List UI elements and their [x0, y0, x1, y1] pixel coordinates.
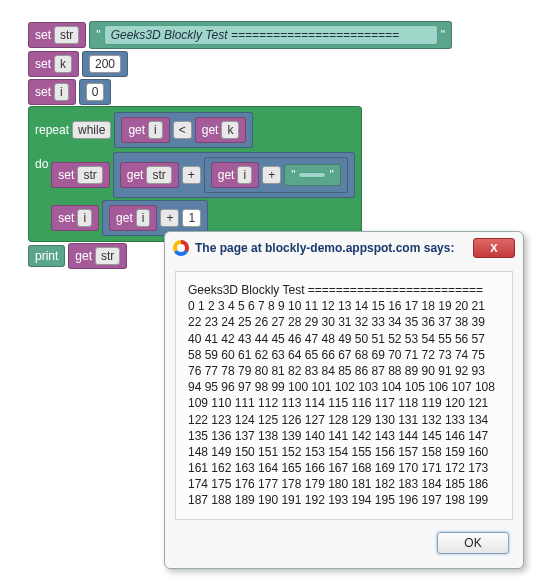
add-block-outer[interactable]: get str + get i + " — [113, 152, 355, 198]
var-i[interactable]: i — [77, 209, 92, 227]
number-block[interactable]: 200 — [82, 51, 128, 77]
chrome-icon — [173, 240, 189, 256]
close-button[interactable]: X — [473, 238, 515, 258]
close-icon: X — [490, 242, 497, 254]
operator-plus[interactable]: + — [160, 209, 179, 227]
string-space-block[interactable]: " " — [284, 164, 341, 186]
dialog-title: The page at blockly-demo.appspot.com say… — [195, 241, 454, 255]
get-keyword: get — [202, 123, 219, 137]
get-keyword: get — [128, 123, 145, 137]
block-set-str-concat[interactable]: set str get str + get i — [51, 151, 354, 199]
compare-block[interactable]: get i < get k — [114, 112, 253, 148]
string-literal-block[interactable]: " Geeks3D Blockly Test =================… — [89, 21, 452, 49]
repeat-keyword: repeat — [35, 123, 69, 137]
string-space[interactable] — [298, 172, 326, 178]
operator-plus[interactable]: + — [182, 166, 201, 184]
set-keyword: set — [35, 57, 51, 71]
value-1[interactable]: 1 — [182, 209, 201, 227]
get-str-block[interactable]: get str — [68, 243, 127, 269]
value-0[interactable]: 0 — [86, 83, 105, 101]
get-keyword: get — [218, 168, 235, 182]
quote-icon: " — [291, 168, 295, 182]
get-i-block[interactable]: get i — [109, 205, 157, 231]
var-i[interactable]: i — [54, 83, 69, 101]
var-str[interactable]: str — [54, 26, 79, 44]
while-dropdown[interactable]: while — [72, 121, 111, 139]
quote-icon: " — [96, 28, 100, 42]
add-block-inner[interactable]: get i + " " — [204, 157, 348, 193]
dialog-message: Geeks3D Blockly Test ===================… — [188, 282, 500, 290]
value-200[interactable]: 200 — [89, 55, 121, 73]
set-keyword: set — [58, 168, 74, 182]
var-i[interactable]: i — [148, 121, 163, 139]
get-k-block[interactable]: get k — [195, 117, 247, 143]
set-block[interactable]: set str — [28, 22, 86, 48]
set-keyword: set — [35, 85, 51, 99]
set-keyword: set — [35, 28, 51, 42]
quote-icon: " — [441, 28, 445, 42]
var-str[interactable]: str — [146, 166, 171, 184]
var-i[interactable]: i — [136, 209, 151, 227]
alert-dialog: The page at blockly-demo.appspot.com say… — [164, 231, 524, 290]
quote-icon: " — [329, 168, 333, 182]
repeat-while-block[interactable]: repeat while get i < get k do se — [28, 106, 362, 242]
dialog-titlebar[interactable]: The page at blockly-demo.appspot.com say… — [165, 232, 523, 265]
var-k[interactable]: k — [54, 55, 72, 73]
dialog-body: Geeks3D Blockly Test ===================… — [175, 271, 513, 290]
get-i-block[interactable]: get i — [121, 117, 169, 143]
get-i-block[interactable]: get i — [211, 162, 259, 188]
block-print[interactable]: print get str — [28, 242, 127, 270]
operator-lt[interactable]: < — [173, 121, 192, 139]
var-str[interactable]: str — [77, 166, 102, 184]
print-keyword: print — [35, 249, 58, 263]
get-str-block[interactable]: get str — [120, 162, 179, 188]
do-keyword: do — [35, 157, 48, 171]
var-str[interactable]: str — [95, 247, 120, 265]
get-keyword: get — [127, 168, 144, 182]
block-set-i[interactable]: set i 0 — [28, 78, 111, 106]
string-value[interactable]: Geeks3D Blockly Test ===================… — [104, 25, 438, 45]
get-keyword: get — [116, 211, 133, 225]
operator-plus[interactable]: + — [262, 166, 281, 184]
var-i[interactable]: i — [237, 166, 252, 184]
block-set-k[interactable]: set k 200 — [28, 50, 128, 78]
block-set-str-literal[interactable]: set str " Geeks3D Blockly Test =========… — [28, 20, 452, 50]
number-block[interactable]: 0 — [79, 79, 112, 105]
set-keyword: set — [58, 211, 74, 225]
get-keyword: get — [75, 249, 92, 263]
var-k[interactable]: k — [221, 121, 239, 139]
